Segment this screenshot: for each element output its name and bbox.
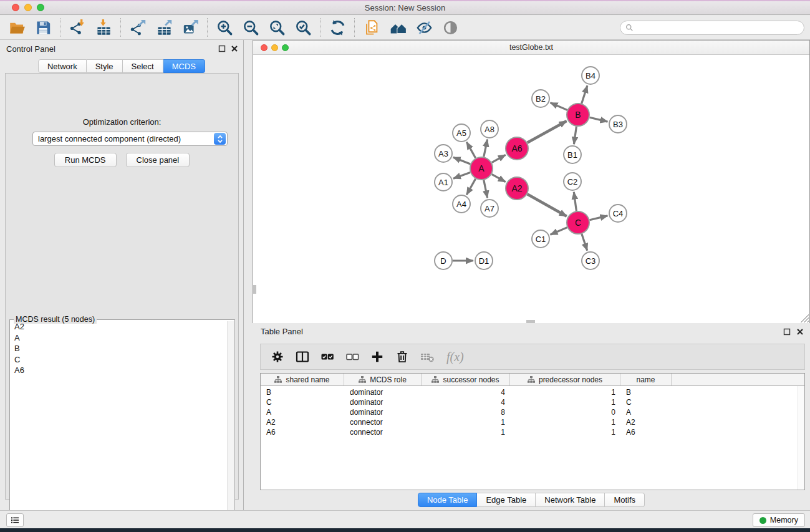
network-canvas[interactable]: AA1A2A3A4A5A6A7A8BB1B2B3B4CC1C2C3C4DD1 (253, 55, 809, 323)
edge-C-C1[interactable] (551, 228, 567, 235)
save-session-icon[interactable] (34, 18, 52, 37)
zoom-fit-icon[interactable] (268, 18, 286, 37)
criterion-dropdown[interactable]: largest connected component (directed) (32, 132, 228, 146)
task-history-button[interactable] (6, 513, 24, 527)
node-B1[interactable]: B1 (564, 146, 581, 163)
tab-node-table[interactable]: Node Table (418, 493, 478, 507)
node-C[interactable]: C (567, 211, 589, 234)
node-A3[interactable]: A3 (435, 145, 452, 162)
table-cell[interactable]: 1 (422, 427, 510, 437)
close-panel-icon[interactable] (231, 45, 238, 52)
edge-A-A2[interactable] (492, 174, 506, 181)
table-cell[interactable]: connector (344, 417, 422, 427)
close-panel-button[interactable]: Close panel (126, 153, 190, 167)
edge-A-A4[interactable] (466, 179, 475, 195)
table-cell[interactable]: 4 (422, 387, 510, 397)
edge-A-A6[interactable] (492, 155, 506, 162)
table-cell[interactable]: A6 (620, 427, 672, 437)
table-cell[interactable]: 1 (422, 417, 510, 427)
result-item[interactable]: C (11, 354, 226, 365)
node-A5[interactable]: A5 (453, 124, 470, 142)
table-cell[interactable]: B (620, 387, 672, 397)
column-header-shared-name[interactable]: shared name (261, 374, 344, 385)
zoom-out-icon[interactable] (241, 18, 260, 37)
edge-A-A3[interactable] (453, 157, 471, 164)
edge-B-B2[interactable] (551, 103, 567, 110)
split-view-icon[interactable] (294, 349, 311, 365)
delete-columns-icon[interactable] (394, 349, 410, 365)
tab-network[interactable]: Network (38, 59, 87, 73)
home-layout-icon[interactable] (388, 18, 407, 37)
column-header-successor-nodes[interactable]: successor nodes (422, 374, 510, 385)
edge-C-C2[interactable] (574, 192, 576, 211)
float-panel-icon[interactable] (218, 45, 226, 52)
hide-panel-icon[interactable] (415, 18, 433, 37)
export-table-icon[interactable] (155, 18, 173, 37)
tab-mcds[interactable]: MCDS (163, 59, 205, 73)
node-A7[interactable]: A7 (481, 200, 498, 217)
node-A2[interactable]: A2 (506, 177, 528, 200)
resize-grip[interactable] (801, 314, 809, 322)
table-cell[interactable]: 8 (422, 407, 510, 417)
import-table-icon[interactable] (94, 18, 113, 37)
show-panel-icon[interactable] (441, 18, 460, 37)
node-A4[interactable]: A4 (453, 195, 470, 213)
select-all-icon[interactable] (319, 349, 335, 365)
table-row[interactable]: A6connector11A6 (261, 427, 804, 437)
table-cell[interactable]: dominator (344, 407, 422, 417)
edge-B-B4[interactable] (582, 85, 587, 104)
zoom-selected-icon[interactable] (294, 18, 312, 37)
table-cell[interactable]: A6 (261, 427, 344, 437)
vertical-scroll-thumb[interactable] (253, 285, 256, 294)
clone-network-icon[interactable] (362, 18, 381, 37)
table-row[interactable]: Adominator80A (261, 407, 804, 417)
table-cell[interactable]: B (261, 387, 344, 397)
node-A[interactable]: A (470, 157, 493, 180)
table-cell[interactable]: A (261, 407, 344, 417)
node-C4[interactable]: C4 (609, 205, 627, 222)
table-cell[interactable]: C (261, 397, 344, 407)
edge-A2-C[interactable] (528, 194, 567, 216)
result-item[interactable]: A (11, 332, 226, 344)
table-row[interactable]: Bdominator41B (261, 387, 804, 397)
memory-button[interactable]: Memory (753, 513, 805, 527)
node-A6[interactable]: A6 (506, 137, 528, 160)
table-cell[interactable]: 1 (510, 417, 620, 427)
node-A1[interactable]: A1 (435, 173, 452, 191)
search-field[interactable] (620, 21, 804, 35)
result-scrollbar[interactable] (227, 321, 234, 530)
refresh-icon[interactable] (328, 18, 347, 37)
tab-motifs[interactable]: Motifs (605, 493, 645, 507)
table-scrollbar[interactable] (798, 386, 804, 490)
table-cell[interactable]: 0 (510, 407, 620, 417)
table-cell[interactable]: A2 (261, 417, 344, 427)
open-session-icon[interactable] (7, 18, 26, 37)
add-column-icon[interactable] (369, 349, 385, 365)
node-D1[interactable]: D1 (475, 252, 493, 269)
result-item[interactable]: B (11, 343, 226, 354)
node-D[interactable]: D (435, 252, 452, 269)
node-C2[interactable]: C2 (564, 173, 581, 190)
run-mcds-button[interactable]: Run MCDS (54, 153, 117, 167)
table-cell[interactable]: 4 (422, 397, 510, 407)
table-cell[interactable]: dominator (344, 387, 422, 397)
edge-B-B3[interactable] (590, 117, 608, 122)
edge-A-A7[interactable] (484, 180, 488, 198)
tab-style[interactable]: Style (87, 59, 123, 73)
edge-A-A8[interactable] (484, 140, 488, 157)
result-item[interactable]: A2 (11, 321, 226, 332)
node-C3[interactable]: C3 (582, 252, 599, 269)
float-table-panel-icon[interactable] (783, 328, 791, 336)
table-row[interactable]: Cdominator41C (261, 397, 804, 407)
table-cell[interactable]: connector (344, 427, 422, 437)
node-B3[interactable]: B3 (609, 115, 627, 133)
export-image-icon[interactable] (181, 18, 200, 37)
table-cell[interactable]: A2 (620, 417, 672, 427)
edge-A-A5[interactable] (466, 142, 475, 158)
table-cell[interactable]: C (620, 397, 672, 407)
node-B[interactable]: B (567, 104, 589, 126)
edge-C-C4[interactable] (590, 216, 608, 220)
search-input[interactable] (637, 22, 804, 34)
edge-B-B1[interactable] (574, 127, 576, 144)
tab-network-table[interactable]: Network Table (536, 493, 605, 507)
